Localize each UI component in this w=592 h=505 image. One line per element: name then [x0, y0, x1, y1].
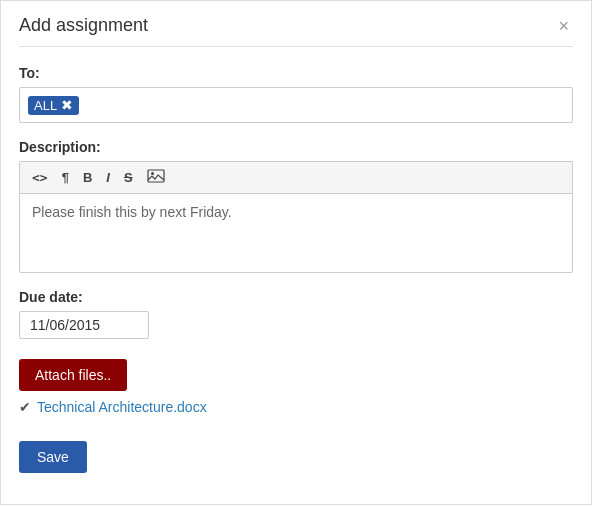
toolbar-strikethrough-button[interactable]: S	[120, 168, 137, 188]
description-placeholder: Please finish this by next Friday.	[32, 204, 232, 220]
to-input-container[interactable]: ALL ✖	[19, 87, 573, 123]
save-button[interactable]: Save	[19, 441, 87, 473]
svg-rect-0	[148, 170, 164, 182]
all-tag-remove-button[interactable]: ✖	[61, 98, 73, 112]
due-date-input[interactable]	[19, 311, 149, 339]
dialog-header: Add assignment ×	[19, 15, 573, 47]
add-assignment-dialog: Add assignment × To: ALL ✖ Description: …	[0, 0, 592, 505]
all-tag-label: ALL	[34, 98, 57, 113]
description-label: Description:	[19, 139, 573, 155]
attached-file-item: ✔ Technical Architecture.docx	[19, 399, 573, 415]
attach-files-button[interactable]: Attach files..	[19, 359, 127, 391]
svg-point-1	[151, 172, 154, 175]
due-date-label: Due date:	[19, 289, 573, 305]
attach-files-group: Attach files.. ✔ Technical Architecture.…	[19, 355, 573, 415]
toolbar-italic-button[interactable]: I	[102, 168, 114, 188]
toolbar-code-button[interactable]: <>	[28, 168, 52, 188]
attached-file-name: Technical Architecture.docx	[37, 399, 207, 415]
due-date-field-group: Due date:	[19, 289, 573, 339]
description-text-area[interactable]: Please finish this by next Friday.	[19, 193, 573, 273]
toolbar-bold-button[interactable]: B	[79, 168, 96, 188]
toolbar-image-button[interactable]	[143, 166, 169, 189]
dialog-title: Add assignment	[19, 15, 148, 36]
description-field-group: Description: <> ¶ B I S Please finish th…	[19, 139, 573, 273]
to-field-group: To: ALL ✖	[19, 65, 573, 123]
check-icon: ✔	[19, 399, 31, 415]
all-tag: ALL ✖	[28, 96, 79, 115]
close-button[interactable]: ×	[554, 17, 573, 35]
save-button-group: Save	[19, 431, 573, 473]
to-label: To:	[19, 65, 573, 81]
description-toolbar: <> ¶ B I S	[19, 161, 573, 193]
toolbar-paragraph-button[interactable]: ¶	[58, 168, 73, 188]
